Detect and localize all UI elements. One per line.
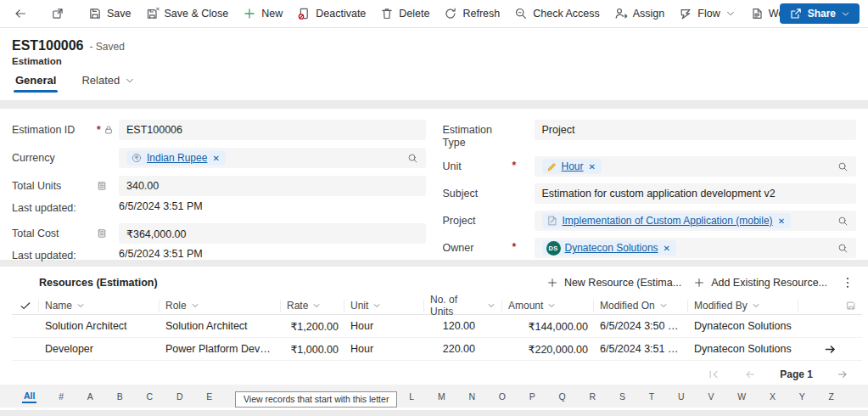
next-page-button[interactable] — [836, 368, 849, 381]
alpha-filter-r[interactable]: R — [588, 391, 598, 402]
alpha-filter-y[interactable]: Y — [798, 391, 807, 402]
text-field-subject[interactable]: Estimation for custom application develo… — [535, 183, 857, 204]
lookup-link[interactable]: Hour — [562, 160, 584, 172]
cmd-save-close-button[interactable]: Save & Close — [139, 3, 236, 24]
remove-value-icon[interactable]: ✕ — [588, 162, 596, 171]
form-row-unit: Unit*Hour✕ — [443, 156, 857, 177]
column-header-amount[interactable]: Amount — [502, 300, 594, 312]
subgrid-resources: Resources (Estimation) New Resource (Est… — [0, 267, 868, 410]
plus-sm-icon — [693, 277, 705, 289]
alpha-filter-s[interactable]: S — [618, 391, 627, 402]
first-page-button[interactable] — [707, 368, 720, 381]
grid-body: Solution ArchitectSolution Architect₹1,2… — [0, 315, 868, 361]
lookup-field-project[interactable]: Implementation of Custom Application (mo… — [535, 211, 857, 231]
text-field-estimation-type[interactable]: Project — [535, 120, 857, 140]
remove-value-icon[interactable]: ✕ — [663, 244, 670, 253]
alpha-filter-q[interactable]: Q — [557, 391, 568, 402]
lookup-pill: Hour✕ — [542, 159, 602, 174]
cmd-flow-button[interactable]: Flow — [672, 3, 742, 24]
column-header-unit[interactable]: Unit — [344, 300, 424, 312]
row-open-arrow[interactable] — [798, 343, 862, 356]
alpha-filter-hash[interactable]: # — [57, 391, 65, 402]
text-field-total-units[interactable]: 340.00 — [119, 176, 426, 196]
column-header-modified-by[interactable]: Modified By — [688, 300, 798, 312]
share-label: Share — [808, 8, 836, 20]
alpha-filter-d[interactable]: D — [175, 391, 185, 402]
record-header: EST100006 - Saved Estimation GeneralRela… — [0, 28, 868, 100]
lookup-field-owner[interactable]: DSDynatecon Solutions✕ — [535, 238, 857, 258]
text-field-estimation-id[interactable]: EST100006 — [119, 120, 426, 140]
cell-role: Solution Architect — [160, 320, 281, 332]
alpha-filter-all[interactable]: All — [22, 390, 36, 403]
note-value: 6/5/2024 3:51 PM — [119, 199, 203, 212]
field-label: Unit — [443, 156, 512, 173]
column-header-no-of-units[interactable]: No. of Units — [424, 300, 502, 312]
alpha-filter-l[interactable]: L — [407, 391, 416, 402]
tab-general[interactable]: General — [14, 74, 58, 93]
cmd-delete-button[interactable]: Delete — [373, 3, 436, 24]
cmd-label: Save — [107, 8, 132, 20]
text-field-total-cost[interactable]: ₹364,000.00 — [119, 223, 426, 244]
cmd-save-button[interactable]: Save — [81, 3, 138, 24]
cmd-label: Flow — [697, 8, 720, 20]
tab-related[interactable]: Related — [80, 74, 137, 93]
plus-icon — [243, 7, 256, 20]
cmd-assign-button[interactable]: Assign — [608, 3, 672, 24]
alpha-filter-n[interactable]: N — [467, 391, 477, 402]
alphabet-filter-bar: All#ABCDEFGHIJKLMNOPQRSTUVWXYZ — [0, 385, 868, 408]
cmd-arrow-left-button[interactable] — [7, 3, 34, 24]
subgrid-more-commands-button[interactable] — [839, 274, 856, 291]
select-all-checkbox[interactable] — [12, 300, 39, 312]
share-button[interactable]: Share — [780, 3, 860, 24]
field-value: ₹364,000.00 — [126, 228, 187, 240]
alpha-filter-w[interactable]: W — [736, 391, 748, 402]
lookup-link[interactable]: Implementation of Custom Application (mo… — [563, 215, 773, 227]
cmd-deactivate-button[interactable]: Deactivate — [290, 3, 372, 24]
cmd-popout-button[interactable] — [44, 3, 71, 24]
lookup-field-unit[interactable]: Hour✕ — [535, 156, 857, 177]
table-row[interactable]: DeveloperPower Platform Developer₹1,000.… — [12, 338, 862, 361]
column-header-role[interactable]: Role — [160, 300, 281, 312]
cmd-new-button[interactable]: New — [236, 3, 289, 24]
cmd-label: New — [261, 8, 283, 20]
field-markers — [97, 223, 119, 239]
form-tabs: GeneralRelated — [12, 74, 856, 93]
alpha-filter-p[interactable]: P — [528, 391, 537, 402]
cell-modified-by: Dynatecon Solutions — [688, 320, 798, 332]
alpha-filter-x[interactable]: X — [768, 391, 777, 402]
required-asterisk: * — [512, 243, 517, 251]
check-access-icon — [514, 7, 528, 20]
lookup-link[interactable]: Dynatecon Solutions — [565, 242, 658, 254]
lookup-link[interactable]: Indian Rupee — [147, 152, 207, 164]
field-label: Estimation Type — [443, 120, 512, 149]
table-row[interactable]: Solution ArchitectSolution Architect₹1,2… — [12, 315, 862, 338]
alpha-filter-m[interactable]: M — [436, 391, 447, 402]
lookup-field-currency[interactable]: Indian Rupee✕ — [119, 148, 426, 168]
cmd-word-templates-button[interactable]: Word Templates — [743, 3, 780, 24]
alpha-filter-z[interactable]: Z — [827, 391, 836, 402]
app: SaveSave & CloseNewDeactivateDeleteRefre… — [0, 0, 868, 410]
alpha-filter-c[interactable]: C — [144, 391, 154, 402]
alpha-filter-u[interactable]: U — [676, 391, 686, 402]
remove-value-icon[interactable]: ✕ — [777, 216, 785, 226]
alpha-filter-b[interactable]: B — [115, 391, 125, 402]
cmd-check-access-button[interactable]: Check Access — [507, 3, 607, 24]
alpha-filter-t[interactable]: T — [647, 391, 656, 402]
column-header-rate[interactable]: Rate — [281, 300, 344, 312]
field-markers — [97, 148, 119, 153]
required-asterisk: * — [512, 161, 517, 170]
remove-value-icon[interactable]: ✕ — [211, 154, 219, 163]
column-header-name[interactable]: Name — [39, 300, 160, 312]
alpha-filter-e[interactable]: E — [204, 391, 214, 402]
column-header-modified-on[interactable]: Modified On — [594, 300, 688, 312]
alpha-filter-v[interactable]: V — [706, 391, 715, 402]
cmd-refresh-button[interactable]: Refresh — [437, 3, 507, 24]
subgrid-action-new-resource-estima[interactable]: New Resource (Estima... — [546, 277, 681, 289]
alpha-filter-a[interactable]: A — [86, 391, 95, 402]
subgrid-action-add-existing-resource[interactable]: Add Existing Resource... — [693, 277, 827, 289]
previous-page-button[interactable] — [743, 368, 757, 381]
form-row-project: ProjectImplementation of Custom Applicat… — [443, 211, 857, 231]
form-general-section: Estimation ID*EST100006CurrencyIndian Ru… — [0, 109, 868, 260]
alpha-filter-o[interactable]: O — [497, 391, 507, 402]
floppy-sm-icon — [846, 301, 856, 311]
